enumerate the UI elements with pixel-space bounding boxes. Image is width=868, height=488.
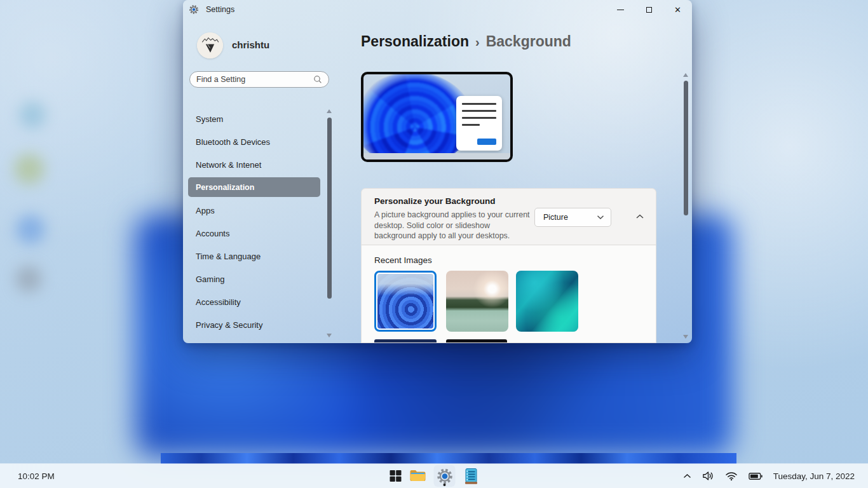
notepad-icon[interactable] xyxy=(463,468,480,484)
search-icon xyxy=(313,75,322,84)
recent-image-teal-abstract[interactable] xyxy=(516,271,578,332)
recent-images-label: Recent Images xyxy=(374,255,432,265)
scroll-up-icon[interactable] xyxy=(683,73,688,77)
content-scrollbar[interactable] xyxy=(683,72,689,340)
running-indicator-dot xyxy=(444,484,446,486)
search-input[interactable] xyxy=(196,75,313,84)
taskbar-date[interactable]: Tuesday, Jun 7, 2022 xyxy=(773,471,855,481)
settings-gear-icon xyxy=(189,4,199,15)
preview-mock-window xyxy=(456,96,502,151)
personalize-background-expander[interactable]: Personalize your Background A picture ba… xyxy=(361,188,656,245)
user-name: chrishtu xyxy=(232,39,269,50)
expander-description: A picture background applies to your cur… xyxy=(374,210,532,241)
recent-images-section: Recent Images xyxy=(361,245,656,343)
taskbar-clock[interactable]: 10:02 PM xyxy=(18,464,55,488)
thumbnail-image xyxy=(516,271,578,332)
start-icon[interactable] xyxy=(389,468,402,484)
sidebar-item-privacy-security[interactable]: Privacy & Security xyxy=(183,313,336,336)
breadcrumb: Personalization›Background xyxy=(361,33,571,50)
scrollbar-thumb[interactable] xyxy=(327,118,332,299)
blurred-desktop-icon xyxy=(16,215,45,244)
scroll-down-icon[interactable] xyxy=(683,335,688,339)
recent-image-partial[interactable] xyxy=(446,339,507,343)
maximize-icon xyxy=(646,7,652,13)
window-title: Settings xyxy=(206,5,234,14)
sidebar-item-label: System xyxy=(196,114,223,124)
battery-icon[interactable] xyxy=(749,472,763,480)
close-button[interactable]: ✕ xyxy=(663,0,692,19)
sidebar-item-label: Network & Intenet xyxy=(196,160,261,170)
taskbar: 10:02 PM xyxy=(0,464,868,488)
sidebar-item-network-internet[interactable]: Network & Intenet xyxy=(183,153,336,176)
breadcrumb-separator-icon: › xyxy=(475,35,480,49)
blurred-desktop-icon xyxy=(15,266,42,292)
wallpaper-bloom-strip xyxy=(161,453,736,464)
minimize-icon xyxy=(617,10,624,10)
wifi-icon[interactable] xyxy=(725,471,738,481)
scroll-up-icon[interactable] xyxy=(327,109,332,113)
sidebar-item-label: Time & Language xyxy=(196,252,261,261)
scroll-down-icon[interactable] xyxy=(327,334,332,337)
blurred-desktop-icon xyxy=(14,154,44,184)
sidebar-item-time-language[interactable]: Time & Language xyxy=(183,245,336,268)
sidebar-item-apps[interactable]: Apps xyxy=(183,199,336,222)
sidebar-item-label: Gaming xyxy=(196,274,225,284)
recent-image-windows-bloom[interactable] xyxy=(374,271,437,332)
sidebar-item-bluetooth-devices[interactable]: Bluetooth & Devices xyxy=(183,130,336,153)
minimize-button[interactable] xyxy=(606,0,635,19)
sidebar-item-personalization[interactable]: Personalization xyxy=(183,176,336,199)
sidebar-item-label: Personalization xyxy=(196,183,254,192)
sidebar-item-system[interactable]: System xyxy=(183,107,336,130)
sidebar-item-label: Accessibility xyxy=(196,297,241,307)
volume-icon[interactable] xyxy=(702,471,714,481)
breadcrumb-background: Background xyxy=(486,33,571,50)
chevron-up-icon[interactable] xyxy=(635,212,645,222)
scrollbar-thumb[interactable] xyxy=(684,81,688,215)
close-icon: ✕ xyxy=(674,6,681,14)
recent-image-mountain-lake[interactable] xyxy=(446,271,508,332)
chevron-up-icon[interactable] xyxy=(683,473,691,479)
sidebar-nav: System Bluetooth & Devices Network & Int… xyxy=(183,107,336,336)
sidebar-item-label: Apps xyxy=(196,206,215,215)
blurred-desktop-icon xyxy=(19,102,46,128)
sidebar-item-label: Accounts xyxy=(196,229,229,238)
sidebar-item-label: Bluetooth & Devices xyxy=(196,137,270,147)
sidebar-item-accounts[interactable]: Accounts xyxy=(183,222,336,245)
preview-mock-button xyxy=(477,139,496,145)
maximize-button[interactable] xyxy=(635,0,663,19)
sidebar-item-label: Privacy & Security xyxy=(196,320,262,330)
expander-title: Personalize your Background xyxy=(374,196,496,206)
settings-window: Settings ✕ chrishtu xyxy=(183,0,692,343)
chevron-down-icon xyxy=(597,215,604,220)
avatar xyxy=(197,32,223,58)
sidebar-item-gaming[interactable]: Gaming xyxy=(183,268,336,290)
taskbar-app-icons xyxy=(389,464,480,488)
thumbnail-image xyxy=(446,271,508,332)
titlebar: Settings ✕ xyxy=(183,0,692,19)
preview-taskbar xyxy=(363,153,510,159)
breadcrumb-personalization[interactable]: Personalization xyxy=(361,33,469,50)
settings-icon[interactable] xyxy=(434,465,456,487)
thumbnail-image xyxy=(377,274,433,329)
sidebar-item-accessibility[interactable]: Accessibility xyxy=(183,290,336,313)
background-type-dropdown[interactable]: Picture xyxy=(534,208,611,227)
file-explorer-icon[interactable] xyxy=(410,468,426,484)
dropdown-value: Picture xyxy=(543,213,597,222)
desktop: Settings ✕ chrishtu xyxy=(0,0,868,488)
sidebar-scrollbar[interactable] xyxy=(327,108,332,339)
taskbar-tray: Tuesday, Jun 7, 2022 xyxy=(683,464,855,488)
search-box[interactable] xyxy=(189,71,329,88)
recent-image-partial[interactable] xyxy=(374,339,437,343)
background-preview-monitor xyxy=(361,72,513,162)
